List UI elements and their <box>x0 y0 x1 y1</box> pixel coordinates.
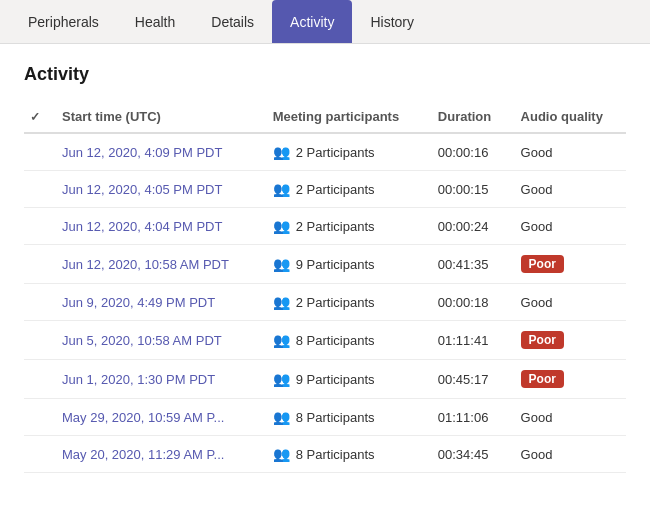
activity-table: ✓ Start time (UTC) Meeting participants … <box>24 101 626 473</box>
row-start-time[interactable]: Jun 1, 2020, 1:30 PM PDT <box>52 360 263 399</box>
col-check: ✓ <box>24 101 52 133</box>
row-start-time[interactable]: May 20, 2020, 11:29 AM P... <box>52 436 263 473</box>
poor-badge: Poor <box>521 331 564 349</box>
row-duration: 00:41:35 <box>428 245 511 284</box>
participants-icon: 👥 <box>273 332 290 348</box>
row-participants: 👥2 Participants <box>263 171 428 208</box>
tab-peripherals[interactable]: Peripherals <box>10 0 117 43</box>
table-row: Jun 5, 2020, 10:58 AM PDT👥8 Participants… <box>24 321 626 360</box>
row-participants: 👥8 Participants <box>263 436 428 473</box>
tab-activity[interactable]: Activity <box>272 0 352 43</box>
row-duration: 00:00:24 <box>428 208 511 245</box>
start-time-link[interactable]: Jun 12, 2020, 4:09 PM PDT <box>62 145 222 160</box>
row-start-time[interactable]: Jun 5, 2020, 10:58 AM PDT <box>52 321 263 360</box>
row-check <box>24 436 52 473</box>
row-participants: 👥9 Participants <box>263 360 428 399</box>
participants-count: 2 Participants <box>296 295 375 310</box>
start-time-link[interactable]: Jun 1, 2020, 1:30 PM PDT <box>62 372 215 387</box>
participants-icon: 👥 <box>273 181 290 197</box>
start-time-link[interactable]: Jun 12, 2020, 4:04 PM PDT <box>62 219 222 234</box>
row-duration: 00:45:17 <box>428 360 511 399</box>
row-check <box>24 245 52 284</box>
row-participants: 👥8 Participants <box>263 399 428 436</box>
start-time-link[interactable]: May 29, 2020, 10:59 AM P... <box>62 410 224 425</box>
participants-count: 9 Participants <box>296 257 375 272</box>
participants-icon: 👥 <box>273 446 290 462</box>
row-audio-quality: Good <box>511 436 626 473</box>
participants-count: 8 Participants <box>296 447 375 462</box>
row-check <box>24 399 52 436</box>
row-audio-quality: Poor <box>511 321 626 360</box>
row-start-time[interactable]: May 29, 2020, 10:59 AM P... <box>52 399 263 436</box>
row-start-time[interactable]: Jun 12, 2020, 4:05 PM PDT <box>52 171 263 208</box>
row-duration: 01:11:41 <box>428 321 511 360</box>
start-time-link[interactable]: Jun 9, 2020, 4:49 PM PDT <box>62 295 215 310</box>
participants-count: 8 Participants <box>296 333 375 348</box>
participants-icon: 👥 <box>273 371 290 387</box>
row-audio-quality: Poor <box>511 360 626 399</box>
row-participants: 👥2 Participants <box>263 284 428 321</box>
participants-count: 8 Participants <box>296 410 375 425</box>
row-check <box>24 321 52 360</box>
row-check <box>24 208 52 245</box>
row-audio-quality: Good <box>511 208 626 245</box>
row-audio-quality: Good <box>511 171 626 208</box>
participants-icon: 👥 <box>273 256 290 272</box>
col-start-time: Start time (UTC) <box>52 101 263 133</box>
poor-badge: Poor <box>521 255 564 273</box>
participants-icon: 👥 <box>273 294 290 310</box>
col-duration: Duration <box>428 101 511 133</box>
participants-count: 2 Participants <box>296 219 375 234</box>
participants-count: 2 Participants <box>296 145 375 160</box>
row-participants: 👥8 Participants <box>263 321 428 360</box>
row-participants: 👥2 Participants <box>263 208 428 245</box>
col-participants: Meeting participants <box>263 101 428 133</box>
table-row: Jun 12, 2020, 4:09 PM PDT👥2 Participants… <box>24 133 626 171</box>
table-row: Jun 9, 2020, 4:49 PM PDT👥2 Participants0… <box>24 284 626 321</box>
row-participants: 👥2 Participants <box>263 133 428 171</box>
table-row: Jun 12, 2020, 4:05 PM PDT👥2 Participants… <box>24 171 626 208</box>
participants-count: 9 Participants <box>296 372 375 387</box>
row-start-time[interactable]: Jun 12, 2020, 4:04 PM PDT <box>52 208 263 245</box>
row-duration: 00:00:15 <box>428 171 511 208</box>
row-audio-quality: Good <box>511 133 626 171</box>
table-row: May 29, 2020, 10:59 AM P...👥8 Participan… <box>24 399 626 436</box>
row-duration: 00:00:18 <box>428 284 511 321</box>
table-row: May 20, 2020, 11:29 AM P...👥8 Participan… <box>24 436 626 473</box>
row-audio-quality: Poor <box>511 245 626 284</box>
participants-icon: 👥 <box>273 144 290 160</box>
row-check <box>24 133 52 171</box>
participants-icon: 👥 <box>273 218 290 234</box>
row-start-time[interactable]: Jun 12, 2020, 10:58 AM PDT <box>52 245 263 284</box>
participants-icon: 👥 <box>273 409 290 425</box>
poor-badge: Poor <box>521 370 564 388</box>
row-participants: 👥9 Participants <box>263 245 428 284</box>
table-row: Jun 12, 2020, 10:58 AM PDT👥9 Participant… <box>24 245 626 284</box>
participants-count: 2 Participants <box>296 182 375 197</box>
tab-details[interactable]: Details <box>193 0 272 43</box>
row-check <box>24 360 52 399</box>
start-time-link[interactable]: Jun 5, 2020, 10:58 AM PDT <box>62 333 222 348</box>
start-time-link[interactable]: Jun 12, 2020, 10:58 AM PDT <box>62 257 229 272</box>
row-duration: 00:00:16 <box>428 133 511 171</box>
row-audio-quality: Good <box>511 284 626 321</box>
start-time-link[interactable]: Jun 12, 2020, 4:05 PM PDT <box>62 182 222 197</box>
row-start-time[interactable]: Jun 12, 2020, 4:09 PM PDT <box>52 133 263 171</box>
col-audio-quality: Audio quality <box>511 101 626 133</box>
row-duration: 00:34:45 <box>428 436 511 473</box>
main-content: Activity ✓ Start time (UTC) Meeting part… <box>0 44 650 510</box>
tab-bar: PeripheralsHealthDetailsActivityHistory <box>0 0 650 44</box>
tab-health[interactable]: Health <box>117 0 193 43</box>
row-audio-quality: Good <box>511 399 626 436</box>
start-time-link[interactable]: May 20, 2020, 11:29 AM P... <box>62 447 224 462</box>
tab-history[interactable]: History <box>352 0 432 43</box>
table-row: Jun 12, 2020, 4:04 PM PDT👥2 Participants… <box>24 208 626 245</box>
row-check <box>24 171 52 208</box>
row-duration: 01:11:06 <box>428 399 511 436</box>
row-start-time[interactable]: Jun 9, 2020, 4:49 PM PDT <box>52 284 263 321</box>
row-check <box>24 284 52 321</box>
table-row: Jun 1, 2020, 1:30 PM PDT👥9 Participants0… <box>24 360 626 399</box>
page-title: Activity <box>24 64 626 85</box>
